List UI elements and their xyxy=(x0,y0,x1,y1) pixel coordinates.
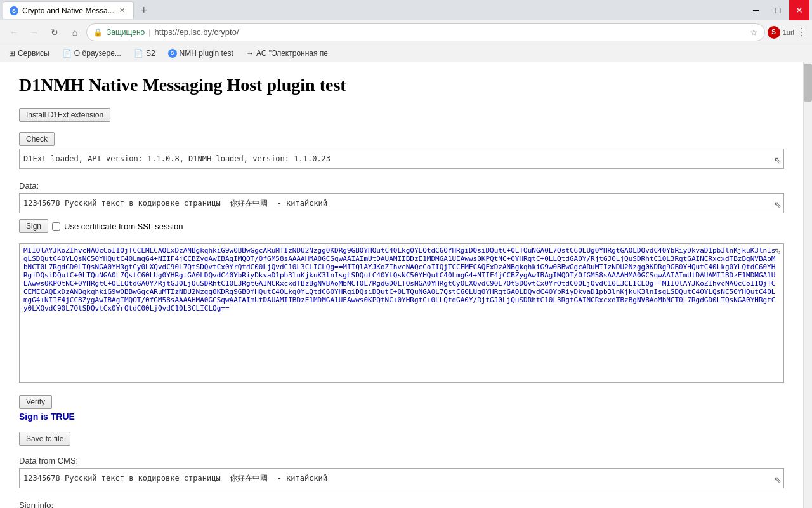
ssl-checkbox-label: Use certificate from SSL session xyxy=(64,222,183,231)
sign-button[interactable]: Sign xyxy=(19,219,48,233)
url-text: https://ep.isc.by/crypto/ xyxy=(155,27,746,37)
verify-button[interactable]: Verify xyxy=(19,395,52,409)
bookmark-electronic[interactable]: → АС "Электронная пе xyxy=(242,48,332,59)
sign-result: Sign is TRUE xyxy=(19,411,784,422)
home-button[interactable]: ⌂ xyxy=(66,23,84,41)
title-bar: S Crypto and Native Messa... ✕ + ─ □ ✕ xyxy=(0,0,812,20)
check-result-field xyxy=(19,149,784,169)
data-from-cms-label: Data from CMS: xyxy=(19,456,784,465)
extension-label: 1url xyxy=(783,29,794,36)
browser-window: S Crypto and Native Messa... ✕ + ─ □ ✕ ←… xyxy=(0,0,812,508)
page-title: D1NMH Native Messaging Host plugin test xyxy=(19,75,784,95)
bookmark-nmh-label: NMH plugin test xyxy=(180,49,233,58)
nmh-favicon: S xyxy=(168,49,177,58)
vertical-scrollbar[interactable] xyxy=(803,62,812,508)
page-inner: D1NMH Native Messaging Host plugin test … xyxy=(0,62,803,508)
data-section: Data: ⇖ Sign Use certificate from SSL se… xyxy=(19,181,784,233)
signature-expand-icon: ⇖ xyxy=(774,246,782,256)
navigation-bar: ← → ↻ ⌂ 🔒 Защищено | https://ep.isc.by/c… xyxy=(0,20,812,44)
bookmark-electronic-label: АС "Электронная пе xyxy=(256,49,328,58)
sign-row: Sign Use certificate from SSL session xyxy=(19,219,784,233)
check-section: Check ⇖ xyxy=(19,132,784,171)
url-separator: | xyxy=(148,27,150,37)
tab-label: Crypto and Native Messa... xyxy=(22,6,114,15)
browser-icon: S xyxy=(768,26,780,39)
doc-icon-1: 📄 xyxy=(62,49,72,58)
window-controls: ─ □ ✕ xyxy=(746,0,809,20)
bookmark-about-label: О браузере... xyxy=(74,49,121,58)
menu-button[interactable]: ⋮ xyxy=(797,26,807,38)
save-to-file-button[interactable]: Save to file xyxy=(19,432,70,446)
security-text: Защищено xyxy=(107,28,145,37)
tab-favicon: S xyxy=(10,6,18,15)
bookmark-s2[interactable]: 📄 S2 xyxy=(130,48,159,59)
check-result-expand-icon: ⇖ xyxy=(774,155,782,165)
scrollbar-thumb[interactable] xyxy=(804,64,812,102)
cms-expand-icon: ⇖ xyxy=(774,474,782,485)
doc-icon-2: 📄 xyxy=(134,49,143,58)
reload-button[interactable]: ↻ xyxy=(46,23,63,41)
close-button[interactable]: ✕ xyxy=(789,0,809,20)
signature-section: MIIQlAYJKoZIhvcNAQcCoIIQjTCCEMECAQExDzAN… xyxy=(19,243,784,385)
sign-info-label: Sign info: xyxy=(19,500,784,508)
bookmark-services[interactable]: ⊞ Сервисы xyxy=(5,48,53,59)
check-button[interactable]: Check xyxy=(19,132,55,146)
services-icon: ⊞ xyxy=(9,49,15,58)
new-tab-button[interactable]: + xyxy=(135,1,153,19)
data-label: Data: xyxy=(19,181,784,190)
active-tab[interactable]: S Crypto and Native Messa... ✕ xyxy=(3,1,134,19)
verify-section: Verify Sign is TRUE xyxy=(19,395,784,422)
bookmark-star-icon[interactable]: ☆ xyxy=(750,27,758,37)
ssl-checkbox[interactable] xyxy=(52,222,60,231)
bookmark-services-label: Сервисы xyxy=(18,49,49,58)
bookmark-s2-label: S2 xyxy=(146,49,155,58)
data-from-cms-section: Data from CMS: ⇖ xyxy=(19,456,784,490)
minimize-button[interactable]: ─ xyxy=(746,0,766,20)
data-from-cms-field xyxy=(19,468,784,488)
back-button[interactable]: ← xyxy=(5,23,23,41)
signature-field: MIIQlAYJKoZIhvcNAQcCoIIQjTCCEMECAQExDzAN… xyxy=(19,243,784,383)
data-expand-icon: ⇖ xyxy=(774,199,782,210)
bookmarks-bar: ⊞ Сервисы 📄 О браузере... 📄 S2 S NMH plu… xyxy=(0,44,812,62)
lock-icon: 🔒 xyxy=(93,28,103,37)
sign-info-section: Sign info: { "dtsign": "20.01.2018 09:52… xyxy=(19,500,784,508)
maximize-button[interactable]: □ xyxy=(768,0,788,20)
arrow-icon: → xyxy=(246,49,254,58)
address-bar[interactable]: 🔒 Защищено | https://ep.isc.by/crypto/ ☆ xyxy=(86,23,765,41)
data-input[interactable] xyxy=(19,193,784,213)
title-bar-left: S Crypto and Native Messa... ✕ + xyxy=(3,1,743,19)
install-button[interactable]: Install D1Ext extension xyxy=(19,108,110,122)
forward-button[interactable]: → xyxy=(25,23,43,41)
tab-close-button[interactable]: ✕ xyxy=(118,6,127,15)
bookmark-nmh[interactable]: S NMH plugin test xyxy=(164,48,237,59)
install-section: Install D1Ext extension xyxy=(19,108,784,122)
page-content: D1NMH Native Messaging Host plugin test … xyxy=(0,62,812,508)
save-section: Save to file xyxy=(19,432,784,446)
bookmark-about[interactable]: 📄 О браузере... xyxy=(58,48,125,59)
